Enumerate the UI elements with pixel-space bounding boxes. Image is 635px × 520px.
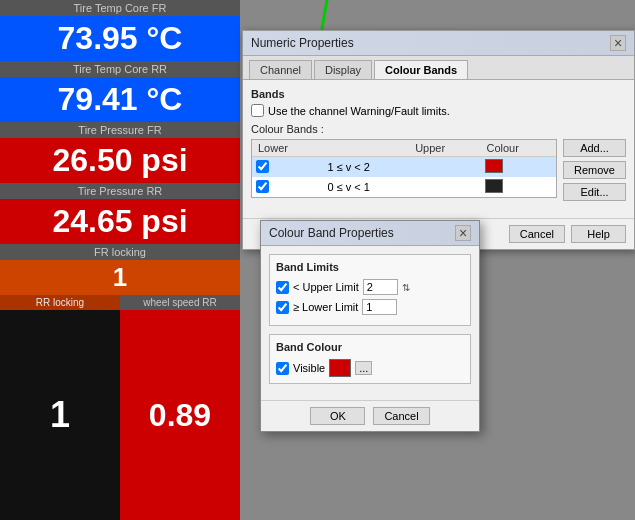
main-dialog-content: Bands Use the channel Warning/Fault limi… [243, 80, 634, 218]
tire-pressure-fr-label: Tire Pressure FR [0, 122, 240, 138]
sub-dialog-content: Band Limits < Upper Limit ⇅ ≥ Lower Limi… [261, 246, 479, 400]
table-row[interactable]: 0 ≤ v < 1 [252, 177, 556, 197]
row1-upper [409, 157, 480, 178]
table-side-buttons: Add... Remove Edit... [563, 139, 626, 204]
help-button[interactable]: Help [571, 225, 626, 243]
wheel-speed-rr-label: wheel speed RR [120, 295, 240, 310]
band-colour-section: Band Colour Visible ... [269, 334, 471, 384]
lower-limit-row: ≥ Lower Limit [276, 299, 464, 315]
tab-colour-bands[interactable]: Colour Bands [374, 60, 468, 79]
table-area: Lower Upper Colour 1 ≤ v < 2 [251, 139, 626, 204]
colour-swatch-button[interactable] [329, 359, 351, 377]
band-limits-title: Band Limits [276, 261, 464, 273]
tire-pressure-rr-block: Tire Pressure RR 24.65 psi [0, 183, 240, 244]
table-wrapper: Lower Upper Colour 1 ≤ v < 2 [251, 139, 557, 204]
row1-swatch [485, 159, 503, 173]
sub-dialog-title: Colour Band Properties [269, 226, 394, 240]
bottom-row: RR locking 1 wheel speed RR 0.89 [0, 295, 240, 520]
left-panel: Tire Temp Core FR 73.95 °C Tire Temp Cor… [0, 0, 240, 520]
bands-table: Lower Upper Colour 1 ≤ v < 2 [252, 140, 556, 197]
sort-icon[interactable]: ⇅ [402, 282, 410, 293]
ok-button[interactable]: OK [310, 407, 365, 425]
rr-locking-label: RR locking [0, 295, 120, 310]
colour-bands-label: Colour Bands : [251, 123, 626, 135]
tire-temp-fr-block: Tire Temp Core FR 73.95 °C [0, 0, 240, 61]
tire-temp-rr-block: Tire Temp Core RR 79.41 °C [0, 61, 240, 122]
lower-limit-input[interactable] [362, 299, 397, 315]
upper-limit-input[interactable] [363, 279, 398, 295]
tire-pressure-fr-value: 26.50 psi [0, 138, 240, 183]
main-dialog-title: Numeric Properties [251, 36, 354, 50]
use-channel-warning-row: Use the channel Warning/Fault limits. [251, 104, 626, 117]
row2-checkbox[interactable] [256, 180, 269, 193]
fr-locking-value: 1 [0, 260, 240, 295]
use-channel-warning-label: Use the channel Warning/Fault limits. [268, 105, 450, 117]
tab-channel[interactable]: Channel [249, 60, 312, 79]
tire-pressure-rr-value: 24.65 psi [0, 199, 240, 244]
row1-colour [481, 157, 557, 178]
visible-checkbox[interactable] [276, 362, 289, 375]
col-header-lower: Lower [252, 140, 323, 157]
dots-button[interactable]: ... [355, 361, 372, 375]
tire-temp-fr-label: Tire Temp Core FR [0, 0, 240, 16]
col-header-mid [323, 140, 409, 157]
remove-button[interactable]: Remove [563, 161, 626, 179]
sub-dialog-close-button[interactable]: × [455, 225, 471, 241]
tire-temp-fr-value: 73.95 °C [0, 16, 240, 61]
cancel-button[interactable]: Cancel [509, 225, 565, 243]
tire-pressure-rr-label: Tire Pressure RR [0, 183, 240, 199]
visible-row: Visible ... [276, 359, 464, 377]
col-header-colour: Colour [481, 140, 557, 157]
wheel-speed-rr-cell: wheel speed RR 0.89 [120, 295, 240, 520]
main-dialog: Numeric Properties × Channel Display Col… [242, 30, 635, 250]
use-channel-warning-checkbox[interactable] [251, 104, 264, 117]
edit-button[interactable]: Edit... [563, 183, 626, 201]
row2-lower: 0 ≤ v < 1 [323, 177, 409, 197]
main-dialog-close-button[interactable]: × [610, 35, 626, 51]
visible-label: Visible [293, 362, 325, 374]
fr-locking-label: FR locking [0, 244, 240, 260]
upper-limit-label: < Upper Limit [293, 281, 359, 293]
sub-dialog-footer: OK Cancel [261, 400, 479, 431]
lower-limit-label: ≥ Lower Limit [293, 301, 358, 313]
tab-display[interactable]: Display [314, 60, 372, 79]
row2-check[interactable] [252, 177, 323, 197]
upper-limit-row: < Upper Limit ⇅ [276, 279, 464, 295]
tire-pressure-fr-block: Tire Pressure FR 26.50 psi [0, 122, 240, 183]
band-limits-section: Band Limits < Upper Limit ⇅ ≥ Lower Limi… [269, 254, 471, 326]
lower-limit-checkbox[interactable] [276, 301, 289, 314]
bands-section-title: Bands [251, 88, 626, 100]
fr-locking-block: FR locking 1 [0, 244, 240, 295]
sub-dialog: Colour Band Properties × Band Limits < U… [260, 220, 480, 432]
row1-check[interactable] [252, 157, 323, 178]
add-button[interactable]: Add... [563, 139, 626, 157]
sub-cancel-button[interactable]: Cancel [373, 407, 429, 425]
band-colour-title: Band Colour [276, 341, 464, 353]
row1-checkbox[interactable] [256, 160, 269, 173]
rr-locking-cell: RR locking 1 [0, 295, 120, 520]
main-dialog-title-bar: Numeric Properties × [243, 31, 634, 56]
wheel-speed-rr-value: 0.89 [120, 310, 240, 520]
upper-limit-checkbox[interactable] [276, 281, 289, 294]
row2-upper [409, 177, 480, 197]
tire-temp-rr-label: Tire Temp Core RR [0, 61, 240, 77]
rr-locking-value: 1 [0, 310, 120, 520]
table-row[interactable]: 1 ≤ v < 2 [252, 157, 556, 178]
main-dialog-tabs: Channel Display Colour Bands [243, 56, 634, 80]
col-header-upper: Upper [409, 140, 480, 157]
tire-temp-rr-value: 79.41 °C [0, 77, 240, 122]
row1-lower: 1 ≤ v < 2 [323, 157, 409, 178]
bands-table-container: Lower Upper Colour 1 ≤ v < 2 [251, 139, 557, 198]
sub-dialog-title-bar: Colour Band Properties × [261, 221, 479, 246]
row2-colour [481, 177, 557, 197]
row2-swatch [485, 179, 503, 193]
